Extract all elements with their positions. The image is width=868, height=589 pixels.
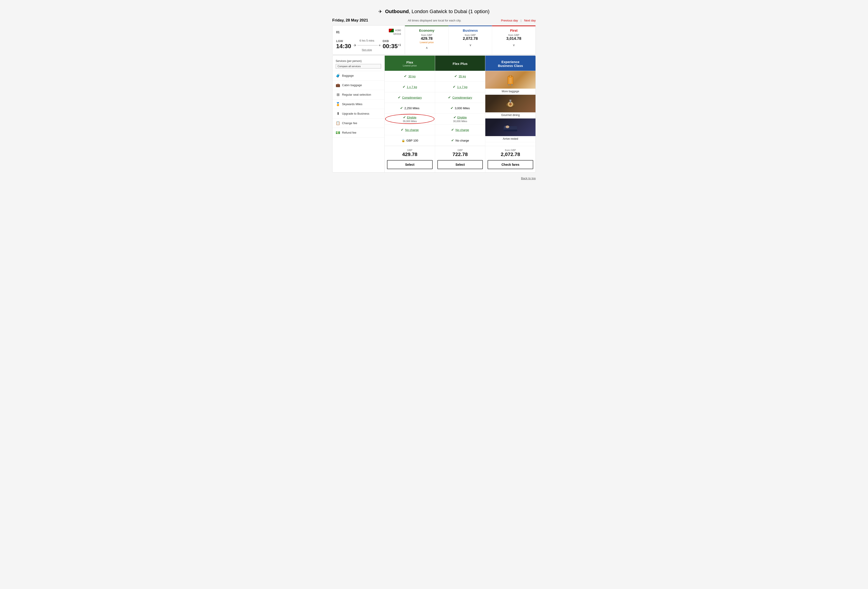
flex-plus-miles-value: ✔ 3,000 Miles: [450, 106, 470, 110]
flex-upgrade-value: ✔ Eligible 39,000 Miles: [403, 115, 417, 123]
flex-plus-price-row: GBP 722.78: [435, 146, 485, 158]
economy-name: Economy: [419, 28, 434, 32]
rest-label: Arrive rested: [485, 136, 536, 142]
first-price: 3,014.78: [506, 36, 521, 41]
flex-header: Flex Lowest price: [385, 56, 435, 71]
plane-glyph: ✈: [354, 43, 356, 47]
svg-point-10: [509, 103, 512, 106]
destination-block: DXB 00:35+1: [383, 39, 401, 50]
path-line-inner: [357, 45, 378, 46]
flex-plus-upgrade-cell: ✔ Eligible 30,000 Miles: [435, 114, 485, 125]
flex-seat-check: ✔: [398, 95, 401, 99]
fp-upgrade-value: ✔ Eligible 30,000 Miles: [453, 115, 467, 123]
economy-fare-col[interactable]: Economy from GBP 429.78 Lowest price ∧: [405, 25, 449, 54]
biz-currency: from GBP: [487, 149, 533, 152]
economy-tag: Lowest price: [420, 41, 434, 44]
svg-point-3: [508, 84, 509, 86]
title-route: , London Gatwick to Dubai (1 option): [409, 9, 490, 14]
plane-icon: ✈: [378, 9, 382, 14]
fp-baggage-check: ✔: [454, 74, 457, 78]
nav-separator: |: [521, 19, 521, 22]
service-row-refund: 💵 Refund fee: [332, 128, 384, 137]
fp-amount: 722.78: [437, 152, 483, 157]
flex-baggage-cell: ✔ 30 kg: [385, 71, 435, 82]
flex-cabin-check: ✔: [403, 85, 406, 89]
fp-refund-text: No charge: [455, 139, 469, 142]
day-navigation: Previous day | Next day: [501, 19, 536, 22]
flex-seat-value: ✔ Complimentary: [398, 95, 422, 99]
business-name: Business: [463, 28, 478, 32]
fp-seat-check: ✔: [448, 95, 451, 99]
biz-promo-dining: Gourmet dining: [485, 95, 536, 118]
page-container: ✈ Outbound, London Gatwick to Dubai (1 o…: [332, 4, 536, 182]
business-fare-col[interactable]: Business from GBP 2,072.78 ∨: [449, 25, 492, 54]
service-row-change: 📋 Change fee: [332, 118, 384, 128]
svg-point-15: [506, 125, 509, 128]
compare-link[interactable]: Compare all services: [336, 64, 381, 68]
business-chevron: ∨: [469, 43, 471, 47]
economy-chevron: ∧: [426, 46, 428, 50]
airline-logo: [389, 29, 394, 32]
fp-refund-value: ✔ No charge: [451, 138, 469, 142]
fp-upgrade-link[interactable]: Eligible: [457, 116, 467, 119]
first-from: from GBP: [508, 34, 519, 36]
services-labels-col: Services (per person) Compare all servic…: [332, 56, 384, 172]
biz-select-button[interactable]: Check fares: [487, 160, 533, 169]
economy-price: 429.78: [421, 36, 433, 41]
destination-code: DXB: [383, 39, 401, 43]
flex-cabin-link[interactable]: 1 x 7 kg: [407, 85, 417, 89]
next-day-link[interactable]: Next day: [524, 19, 536, 22]
flight-number: 01: [336, 30, 340, 34]
nonstop-link[interactable]: Non-stop: [362, 49, 372, 51]
biz-promo-rest: Arrive rested: [485, 118, 536, 142]
change-label: Change fee: [342, 121, 357, 125]
flex-miles-text: 2,250 Miles: [404, 106, 419, 110]
seat-icon: ⊞: [336, 93, 340, 97]
arrival-value: 00:35: [383, 43, 398, 50]
flex-subname: Lowest price: [387, 64, 433, 67]
flex-change-link[interactable]: No charge: [405, 128, 419, 131]
back-to-top-link[interactable]: Back to top: [521, 177, 536, 180]
flex-change-value: ✔ No charge: [401, 128, 419, 132]
aircraft-code: EK016: [394, 32, 401, 35]
flex-plus-select-button[interactable]: Select: [437, 160, 483, 169]
flex-plus-refund-cell: ✔ No charge: [435, 135, 485, 146]
flex-cabin-value: ✔ 1 x 7 kg: [403, 85, 417, 89]
flex-refund-cell: 🔒 GBP 100: [385, 135, 435, 146]
flex-select-button[interactable]: Select: [387, 160, 433, 169]
first-fare-col[interactable]: First from GBP 3,014.78 ∨: [492, 25, 536, 54]
svg-point-12: [509, 100, 512, 100]
flex-refund-lock: 🔒: [402, 139, 405, 142]
page-header: ✈ Outbound, London Gatwick to Dubai (1 o…: [332, 4, 536, 17]
flex-plus-seat-cell: ✔ Complimentary: [435, 92, 485, 103]
flex-upgrade-check: ✔: [403, 115, 406, 120]
baggage-label: Baggage: [342, 74, 354, 77]
dining-promo-img: [485, 95, 536, 112]
arrival-time: 00:35+1: [383, 43, 401, 50]
aircraft-type: A380: [395, 29, 401, 32]
flex-plus-miles-cell: ✔ 3,000 Miles: [435, 103, 485, 114]
upgrade-icon: ⬆: [336, 111, 340, 116]
prev-day-link[interactable]: Previous day: [501, 19, 518, 22]
fp-change-link[interactable]: No charge: [455, 128, 469, 131]
flex-upgrade-link[interactable]: Eligible: [407, 116, 416, 119]
fp-seat-link[interactable]: Complimentary: [452, 96, 472, 99]
flex-currency: GBP: [387, 149, 433, 152]
miles-icon: 🏅: [336, 102, 340, 106]
flex-plus-header: Flex Plus: [435, 56, 485, 71]
first-chevron: ∨: [513, 43, 515, 47]
flex-baggage-link[interactable]: 30 kg: [408, 75, 415, 78]
fp-cabin-link[interactable]: 1 x 7 kg: [457, 85, 468, 89]
times-note: All times displayed are local for each c…: [368, 19, 501, 22]
luggage-promo-img: [485, 71, 536, 89]
flex-name: Flex: [387, 61, 433, 64]
flex-miles-check: ✔: [400, 106, 403, 110]
service-row-seat: ⊞ Regular seat selection: [332, 90, 384, 99]
flex-seat-link[interactable]: Complimentary: [402, 96, 422, 99]
fp-currency: GBP: [437, 149, 483, 152]
biz-class-header: Experience Business Class: [485, 56, 536, 71]
flex-baggage-check: ✔: [404, 74, 407, 78]
duration: 6 hrs 5 mins: [359, 39, 374, 42]
svg-rect-2: [509, 76, 511, 77]
fp-baggage-link[interactable]: 35 kg: [459, 75, 466, 78]
